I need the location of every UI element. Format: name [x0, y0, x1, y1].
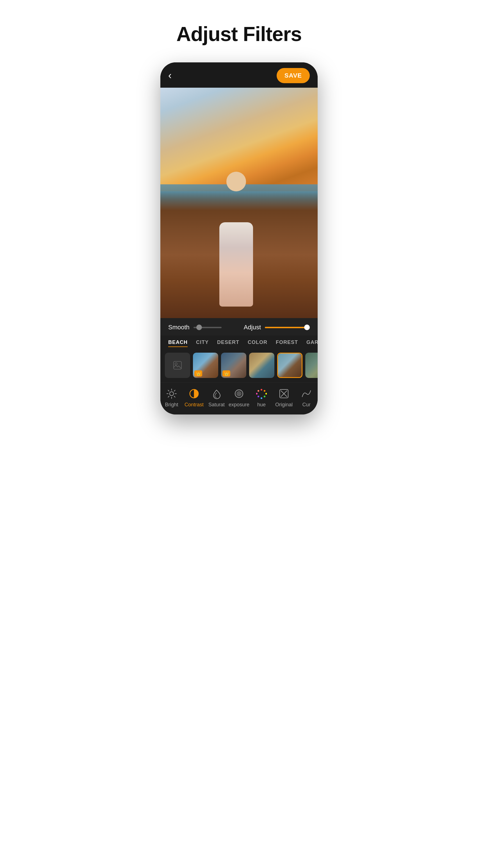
filter-tab-forest[interactable]: FOREST	[276, 339, 298, 347]
smooth-section: Smooth	[168, 324, 239, 331]
tool-bright[interactable]: Bright	[160, 387, 183, 408]
svg-point-1	[175, 363, 177, 365]
bright-icon	[165, 387, 178, 400]
contrast-label: Contrast	[185, 402, 203, 408]
svg-point-19	[264, 390, 265, 392]
filter-thumb-beach2-inner: 👑	[221, 353, 246, 378]
exposure-icon	[232, 387, 246, 400]
filter-tab-desert[interactable]: DESERT	[217, 339, 239, 347]
adjust-section: Adjust	[239, 324, 310, 331]
svg-point-22	[261, 397, 262, 399]
saturation-label: Saturat	[209, 402, 225, 408]
adjust-slider[interactable]	[265, 327, 310, 328]
sliders-bar: Smooth Adjust	[160, 318, 318, 336]
filter-thumb-desert-inner	[249, 353, 275, 378]
tool-exposure[interactable]: exposure	[228, 387, 250, 408]
filter-tabs: BEACH CITY DESERT COLOR FOREST GARDEN	[160, 336, 318, 349]
filter-tab-garden[interactable]: GARDEN	[307, 339, 318, 347]
tool-original[interactable]: Original	[273, 387, 295, 408]
original-label: Original	[275, 402, 293, 408]
svg-line-9	[174, 390, 175, 392]
filter-thumb-selected[interactable]	[277, 353, 302, 378]
svg-point-23	[258, 396, 259, 397]
tool-saturation[interactable]: Saturat	[205, 387, 228, 408]
saturation-icon	[210, 387, 223, 400]
svg-point-21	[264, 396, 265, 397]
curve-label: Cur	[302, 402, 310, 408]
hue-icon	[255, 387, 268, 400]
svg-point-2	[170, 392, 173, 396]
hue-label: hue	[257, 402, 266, 408]
filter-thumb-beach1-inner: 👑	[193, 353, 218, 378]
save-button[interactable]: SAVE	[277, 68, 310, 83]
filter-thumb-beach2[interactable]: 👑	[221, 353, 246, 378]
top-bar: ‹ SAVE	[160, 62, 318, 88]
filter-thumb-selected-inner	[278, 353, 301, 377]
crown-badge-1: 👑	[194, 370, 202, 376]
photo-area	[160, 88, 318, 318]
filter-tab-color[interactable]: COLOR	[248, 339, 267, 347]
contrast-icon	[188, 387, 200, 400]
filter-tab-city[interactable]: CITY	[196, 339, 209, 347]
svg-line-7	[168, 390, 169, 392]
smooth-thumb[interactable]	[196, 324, 202, 330]
crown-badge-2: 👑	[222, 370, 230, 376]
svg-point-15	[238, 393, 240, 395]
filter-thumbnails: 👑 👑	[160, 349, 318, 382]
curve-icon	[300, 387, 313, 400]
svg-line-10	[168, 396, 169, 397]
filter-thumb-desert[interactable]	[249, 353, 275, 378]
smooth-label: Smooth	[168, 324, 190, 331]
bright-label: Bright	[165, 402, 178, 408]
phone-frame: ‹ SAVE Smooth Adjust BEACH CITY	[160, 62, 318, 414]
filter-thumb-forest-inner	[305, 353, 318, 378]
tool-hue[interactable]: hue	[250, 387, 273, 408]
adjust-thumb[interactable]	[304, 324, 310, 330]
bottom-tools: Bright Contrast Saturat	[160, 382, 318, 414]
svg-point-25	[258, 390, 259, 392]
filter-tab-beach[interactable]: BEACH	[168, 339, 188, 347]
filter-thumb-none[interactable]	[165, 353, 190, 378]
person-figure	[208, 189, 264, 307]
svg-point-20	[265, 393, 267, 395]
svg-point-13	[235, 390, 243, 398]
svg-rect-0	[173, 361, 182, 369]
person-head	[226, 172, 246, 191]
svg-line-8	[174, 396, 175, 397]
filter-thumb-forest[interactable]	[305, 353, 318, 378]
svg-point-18	[261, 389, 262, 391]
page-title: Adjust Filters	[177, 23, 301, 45]
filter-thumb-beach1[interactable]: 👑	[193, 353, 218, 378]
back-button[interactable]: ‹	[168, 70, 171, 81]
svg-point-14	[237, 392, 241, 396]
tool-contrast[interactable]: Contrast	[183, 387, 205, 408]
tool-curve[interactable]: Cur	[295, 387, 318, 408]
original-icon	[278, 387, 290, 400]
adjust-label: Adjust	[244, 324, 261, 331]
exposure-label: exposure	[229, 402, 249, 408]
person-body	[219, 222, 253, 307]
svg-point-24	[256, 393, 258, 395]
smooth-slider[interactable]	[193, 327, 222, 328]
